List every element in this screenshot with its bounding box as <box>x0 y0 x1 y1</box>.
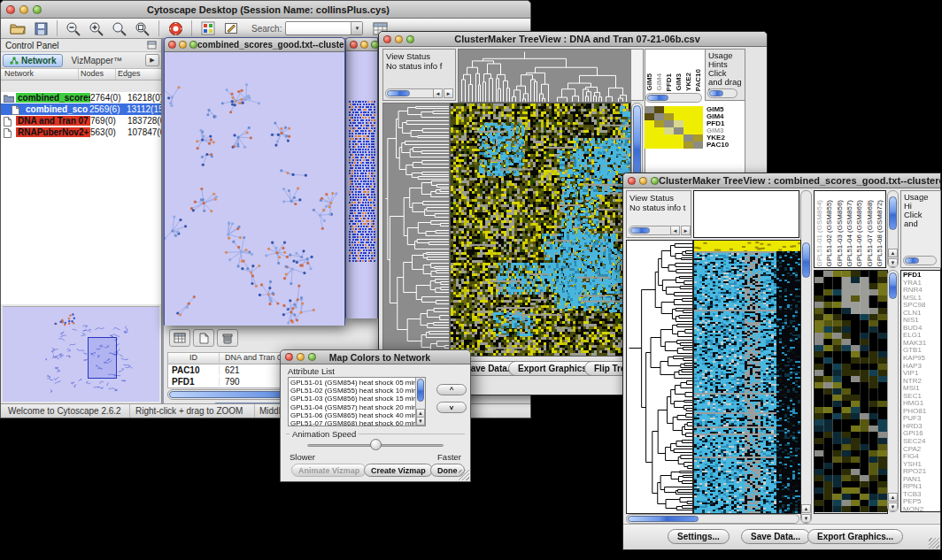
scroll-up-arrow-icon[interactable]: ▲ <box>801 504 811 513</box>
tv1-zoom-heatmap[interactable] <box>645 106 703 149</box>
tv2-gene-item[interactable]: MON2 <box>903 506 938 512</box>
scroll-thumb[interactable] <box>387 90 410 96</box>
annotation-icon[interactable] <box>220 19 243 37</box>
scroll-right-arrow-icon[interactable]: ► <box>444 88 453 98</box>
float-panel-icon[interactable] <box>147 41 157 50</box>
scroll-thumb[interactable] <box>889 272 897 299</box>
scroll-thumb[interactable] <box>630 227 650 234</box>
scroll-thumb[interactable] <box>889 196 897 230</box>
scroll-thumb[interactable] <box>647 95 668 101</box>
tv2-zoom-heatmap[interactable] <box>814 270 888 514</box>
tv2-column-tree-area[interactable] <box>693 190 799 238</box>
scroll-down-arrow-icon[interactable]: ▼ <box>801 514 811 523</box>
attribute-list-scrollbar[interactable]: ▲ ▼ <box>415 378 425 426</box>
main-titlebar[interactable]: Cytoscape Desktop (Session Name: collins… <box>1 1 530 19</box>
close-button[interactable] <box>168 41 176 49</box>
attribute-list[interactable]: GPL51-01 (GSM854) heat shock 05 minGPL51… <box>288 377 426 426</box>
zoom-fit-button[interactable] <box>131 19 154 37</box>
tv2-column-label[interactable]: GPL51-06 (GSM865) <box>855 200 864 267</box>
tv1-row-label[interactable]: PAC10 <box>706 142 745 149</box>
vizmapper-icon[interactable] <box>197 19 220 37</box>
close-button[interactable] <box>628 177 636 185</box>
tv2-column-label[interactable]: GPL51-03 (GSM856) <box>836 200 845 267</box>
attribute-list-item[interactable]: GPL51-06 (GSM865) heat shock 40 min <box>290 411 414 419</box>
zoom-window-button[interactable] <box>651 177 659 185</box>
dp-col-id[interactable]: ID <box>168 353 220 364</box>
close-button[interactable] <box>350 41 358 49</box>
scroll-thumb[interactable] <box>802 242 810 278</box>
close-button[interactable] <box>285 353 293 361</box>
help-lifering-icon[interactable] <box>164 19 187 37</box>
scroll-left-arrow-icon[interactable]: ◄ <box>670 226 680 235</box>
scroll-up-arrow-icon[interactable]: ▲ <box>888 249 898 257</box>
tv2-vscrollbar[interactable]: ▲ ▼ <box>800 190 812 524</box>
network-tree-row[interactable]: combined_scores2764(0)16218(0) <box>1 92 161 104</box>
open-session-button[interactable] <box>6 19 29 37</box>
dialog-titlebar[interactable]: Map Colors to Network <box>281 350 470 364</box>
attribute-list-item[interactable]: GPL51-02 (GSM855) heat shock 10 min <box>290 387 414 395</box>
resize-grip[interactable] <box>459 470 469 480</box>
search-dropdown-arrow-icon[interactable]: ▼ <box>351 22 362 35</box>
tab-network[interactable]: Network <box>3 54 63 67</box>
scroll-up-arrow-icon[interactable]: ▲ <box>888 493 898 502</box>
zoom-window-button[interactable] <box>308 353 316 361</box>
tv1-column-label[interactable]: GIM3 <box>675 73 683 91</box>
tab-overflow-arrow-icon[interactable]: ▶ <box>145 54 159 66</box>
network-tree-row[interactable]: RNAPuberNov2+563(0)107847(0) <box>1 127 161 138</box>
tab-vizmapper[interactable]: VizMapper™ <box>65 56 128 65</box>
tv1-column-label[interactable]: PFD1 <box>665 73 674 91</box>
attribute-list-item[interactable]: GPL51-03 (GSM856) heat shock 15 min <box>290 395 414 403</box>
tv1-column-dendrogram[interactable] <box>458 49 631 103</box>
attribute-list-item[interactable]: GPL51-01 (GSM854) heat shock 05 min <box>290 379 414 387</box>
animation-speed-slider-thumb[interactable] <box>370 439 382 450</box>
tv2-save-data-button[interactable]: Save Data... <box>741 529 810 544</box>
tv1-status-scrollbar[interactable] <box>385 88 438 98</box>
close-button[interactable] <box>383 35 391 43</box>
tv1-usage-scrollbar[interactable] <box>707 88 737 98</box>
search-input[interactable]: ▼ <box>285 21 363 35</box>
tv1-heatmap[interactable] <box>450 103 631 357</box>
minimize-button[interactable] <box>179 41 187 49</box>
zoom-selected-button[interactable] <box>108 19 131 37</box>
create-vizmap-button[interactable]: Create Vizmap <box>364 464 433 477</box>
scroll-left-arrow-icon[interactable]: ◄ <box>433 88 443 98</box>
scroll-thumb[interactable] <box>417 379 424 402</box>
tv2-hscrollbar[interactable] <box>626 514 799 524</box>
minimize-button[interactable] <box>297 353 305 361</box>
tv2-status-scrollbar[interactable] <box>629 226 675 235</box>
network-overview-canvas[interactable] <box>3 307 158 401</box>
tv1-column-label[interactable]: YKE2 <box>684 73 693 91</box>
animate-vizmap-button[interactable]: Animate Vizmap <box>291 464 367 477</box>
col-header-network[interactable]: Network <box>1 69 79 80</box>
scroll-thumb[interactable] <box>709 90 723 96</box>
close-button[interactable] <box>6 5 15 14</box>
zoom-window-button[interactable] <box>406 35 414 43</box>
zoom-window-button[interactable] <box>33 5 42 14</box>
tv2-collabels-scrollbar[interactable]: ▲ ▼ <box>887 190 899 268</box>
col-header-nodes[interactable]: Nodes <box>79 69 116 80</box>
attribute-select-icon[interactable] <box>169 329 190 347</box>
tv2-column-label[interactable]: GPL51-02 (GSM855) <box>825 200 834 267</box>
network2-titlebar[interactable] <box>346 38 377 51</box>
minimize-button[interactable] <box>395 35 403 43</box>
tv2-usage-scrollbar[interactable] <box>903 256 937 265</box>
tv2-column-label[interactable]: GPL51-07 (GSM868) <box>866 200 875 267</box>
network-titlebar[interactable]: combined_scores_good.txt--cluste... <box>165 38 344 52</box>
network-tree-row[interactable]: DNA and Tran 07769(0)183728(0) <box>1 115 161 127</box>
minimize-button[interactable] <box>19 5 28 14</box>
scroll-right-arrow-icon[interactable]: ► <box>681 226 691 235</box>
tv2-gene-list[interactable]: PFD1YRA1RNR4MSL1SPC98CLN1NIS1BUD4ELG1MAK… <box>900 270 941 512</box>
scroll-thumb[interactable] <box>905 257 919 264</box>
tv2-export-graphics-button[interactable]: Export Graphics... <box>807 529 903 544</box>
tv1-column-label[interactable]: GIM5 <box>645 73 654 91</box>
save-session-button[interactable] <box>29 19 52 37</box>
attribute-list-item[interactable]: GPL51-04 (GSM857) heat shock 20 min <box>290 403 414 411</box>
move-up-button[interactable]: ^ <box>436 384 467 395</box>
delete-attribute-trash-icon[interactable] <box>217 329 238 347</box>
minimize-button[interactable] <box>639 177 647 185</box>
col-header-edges[interactable]: Edges <box>116 69 161 80</box>
tv1-zoom-hscrollbar[interactable] <box>645 93 702 103</box>
tv2-heatmap[interactable] <box>693 240 801 514</box>
network-overview-panel[interactable] <box>3 306 159 402</box>
tv2-zoom-scrollbar[interactable]: ▲ ▼ <box>887 270 899 512</box>
